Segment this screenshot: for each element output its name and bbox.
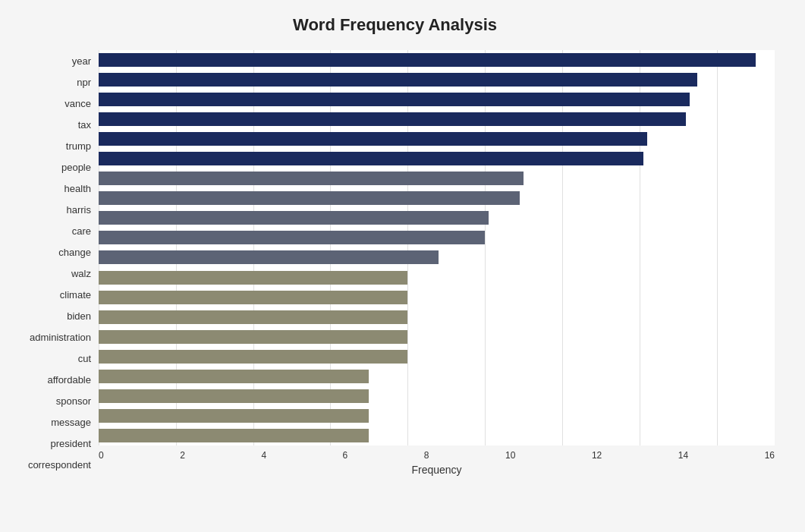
x-tick: 8: [424, 450, 429, 461]
x-axis: 0246810121416: [99, 445, 775, 461]
grid-line: [640, 50, 640, 445]
bar-row: [99, 71, 775, 88]
x-tick: 10: [505, 450, 515, 461]
bar: [99, 271, 407, 285]
bar-row: [99, 131, 775, 147]
x-tick: 16: [765, 450, 775, 461]
bar: [99, 53, 756, 67]
grid-line: [562, 50, 563, 445]
chart-area: yearnprvancetaxtrumppeoplehealthharrisca…: [15, 50, 775, 476]
y-axis-label: trump: [66, 137, 91, 154]
y-axis: yearnprvancetaxtrumppeoplehealthharrisca…: [15, 50, 99, 476]
chart-container: Word Frequency Analysis yearnprvancetaxt…: [0, 0, 805, 532]
y-axis-label: people: [61, 159, 91, 175]
bar-row: [99, 368, 775, 385]
bar-row: [99, 209, 775, 226]
bar: [99, 93, 690, 106]
y-axis-label: npr: [77, 74, 91, 90]
bar: [99, 330, 407, 344]
y-axis-label: administration: [30, 329, 91, 346]
bar: [99, 112, 686, 126]
bar-row: [99, 348, 775, 365]
bar-row: [99, 329, 775, 345]
bar: [99, 191, 520, 205]
bar-row: [99, 408, 775, 424]
grid-line: [717, 50, 718, 445]
bar: [99, 73, 697, 87]
bar: [99, 132, 647, 146]
y-axis-label: biden: [67, 308, 91, 325]
bar: [99, 291, 407, 304]
grid-lines: [99, 50, 775, 445]
bar-row: [99, 150, 775, 167]
y-axis-label: cut: [78, 351, 91, 367]
bars-and-xaxis: 0246810121416 Frequency: [99, 50, 775, 476]
y-axis-label: president: [51, 436, 91, 452]
bar-row: [99, 427, 775, 444]
y-axis-label: tax: [78, 116, 91, 133]
bar-row: [99, 309, 775, 326]
bar-row: [99, 289, 775, 306]
bar: [99, 172, 524, 185]
grid-line: [176, 50, 177, 445]
grid-line: [407, 50, 408, 445]
x-tick: 12: [592, 450, 602, 461]
y-axis-label: year: [72, 52, 91, 69]
bar: [99, 429, 369, 442]
x-axis-label: Frequency: [99, 464, 775, 476]
bar: [99, 310, 407, 324]
bar-row: [99, 170, 775, 187]
y-axis-label: walz: [71, 265, 91, 282]
bar-row: [99, 249, 775, 266]
x-tick: 2: [180, 450, 185, 461]
x-tick: 14: [678, 450, 688, 461]
bar-row: [99, 388, 775, 405]
y-axis-label: vance: [64, 95, 91, 112]
bar: [99, 211, 489, 225]
y-axis-label: care: [72, 222, 91, 239]
y-axis-label: correspondent: [28, 457, 91, 474]
grid-line: [99, 50, 99, 445]
bar-row: [99, 91, 775, 108]
grid-line: [330, 50, 331, 445]
y-axis-label: climate: [60, 287, 91, 304]
bar-row: [99, 190, 775, 206]
x-tick: 0: [99, 450, 104, 461]
bar: [99, 409, 369, 423]
bar-row: [99, 229, 775, 246]
y-axis-label: message: [51, 414, 91, 431]
y-axis-label: harris: [66, 201, 91, 218]
grid-line: [485, 50, 486, 445]
bar: [99, 231, 485, 244]
y-axis-label: health: [64, 180, 91, 197]
y-axis-label: change: [58, 244, 91, 260]
bars-area: [99, 50, 775, 445]
bar: [99, 370, 369, 383]
bar-row: [99, 111, 775, 127]
chart-title: Word Frequency Analysis: [15, 15, 775, 35]
grid-line: [253, 50, 254, 445]
bar: [99, 350, 407, 364]
bar: [99, 250, 439, 264]
y-axis-label: sponsor: [56, 393, 91, 410]
x-tick: 4: [261, 450, 266, 461]
bar: [99, 389, 369, 403]
bar-row: [99, 52, 775, 68]
y-axis-label: affordable: [47, 372, 91, 389]
bar: [99, 152, 643, 165]
x-tick: 6: [343, 450, 348, 461]
bar-row: [99, 269, 775, 286]
